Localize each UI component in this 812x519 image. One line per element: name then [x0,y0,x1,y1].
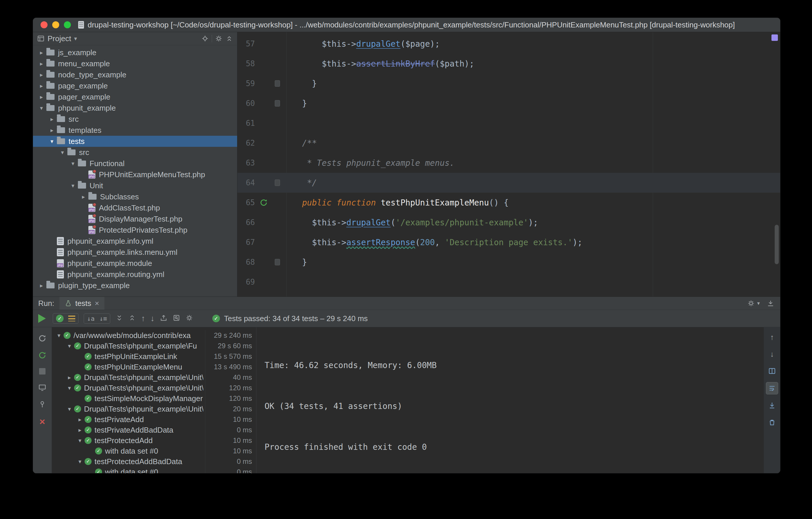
tree-toggle-icon[interactable]: ▸ [75,416,85,423]
project-tree-item[interactable]: PHPUnitExampleMenuTest.php [33,169,237,180]
scroll-up-icon[interactable]: ↑ [766,331,778,343]
tree-toggle-icon[interactable]: ▾ [68,160,78,167]
project-tree-item[interactable]: ▸page_example [33,80,237,91]
show-ignored-toggle[interactable] [68,316,75,321]
tree-toggle-icon[interactable]: ▸ [36,49,47,56]
project-tree-item[interactable]: ▸node_type_example [33,69,237,80]
toggle-console-icon[interactable] [38,383,47,391]
project-tree-item[interactable]: ▾Functional [33,158,237,169]
test-tree-item[interactable]: ▸✓Drupal\Tests\phpunit_example\Unit\A40 … [52,372,256,383]
project-tree-item[interactable]: ▸pager_example [33,91,237,103]
fold-marker-icon[interactable] [275,180,280,186]
tree-toggle-icon[interactable]: ▾ [68,182,78,189]
scroll-down-icon[interactable]: ↓ [766,348,778,360]
locate-file-icon[interactable] [201,35,209,42]
editor-scrollbar[interactable] [775,225,779,264]
tree-toggle-icon[interactable]: ▸ [79,193,88,200]
tree-toggle-icon[interactable]: ▾ [36,105,47,111]
collapse-all-icon[interactable] [226,35,233,42]
test-tree-item[interactable]: ✓testPhpUnitExampleLink15 s 570 ms [52,351,256,362]
stop-icon[interactable] [39,368,46,375]
test-tree-item[interactable]: ▾✓Drupal\Tests\phpunit_example\Fu29 s 60… [52,340,256,351]
previous-failed-test-icon[interactable]: ↑ [141,315,145,323]
hide-panel-icon[interactable] [767,300,774,307]
project-tree-item[interactable]: ▾src [33,147,237,158]
project-tree-item[interactable]: phpunit_example.module [33,258,237,269]
tree-toggle-icon[interactable]: ▾ [65,406,74,412]
project-tree-item[interactable]: ▾Unit [33,180,237,191]
fold-marker-icon[interactable] [275,100,280,107]
project-panel-title[interactable]: Project [48,34,71,43]
console-output[interactable]: Time: 46.62 seconds, Memory: 6.00MBOK (3… [256,327,763,473]
clear-console-icon[interactable] [766,416,778,428]
test-tree-item[interactable]: ▾✓testProtectedAddBadData0 ms [52,456,256,467]
gear-icon[interactable] [747,300,755,307]
close-panel-icon[interactable]: × [39,417,45,426]
project-tree[interactable]: ▸js_example▸menu_example▸node_type_examp… [33,45,237,297]
tree-toggle-icon[interactable]: ▾ [57,149,67,156]
minimize-window-button[interactable] [52,21,59,28]
test-tree-item[interactable]: ▾✓testProtectedAdd10 ms [52,435,256,446]
project-tree-item[interactable]: ▾phpunit_example [33,103,237,113]
test-tree-item[interactable]: ▸✓testPrivateAdd10 ms [52,414,256,425]
project-tree-item[interactable]: DisplayManagerTest.php [33,213,237,224]
export-test-results-icon[interactable] [160,314,167,323]
tree-toggle-icon[interactable]: ▾ [65,384,74,391]
chevron-down-icon[interactable]: ▾ [74,35,77,42]
test-tree-item[interactable]: ▾✓/var/www/web/modules/contrib/exa29 s 2… [52,330,256,340]
gear-icon[interactable] [215,35,223,42]
project-tree-item[interactable]: ▸src [33,113,237,125]
fold-marker-icon[interactable] [275,259,280,265]
project-tree-item[interactable]: ▸templates [33,125,237,136]
project-tree-item[interactable]: phpunit_example.info.yml [33,236,237,247]
run-tab-tests[interactable]: tests × [59,297,105,310]
tree-toggle-icon[interactable]: ▸ [36,71,47,78]
tree-toggle-icon[interactable]: ▾ [75,437,85,444]
rerun-icon[interactable] [38,334,47,343]
tree-toggle-icon[interactable]: ▾ [65,343,74,349]
editor-area[interactable]: 57 $this->drupalGet($page);58 $this->ass… [237,32,780,297]
project-tree-item[interactable]: phpunit_example.routing.yml [33,269,237,280]
test-tree-item[interactable]: ▸✓testPrivateAddBadData0 ms [52,425,256,435]
project-tree-item[interactable]: ▸plugin_type_example [33,280,237,291]
collapse-all-icon[interactable] [128,314,136,323]
project-tree-item[interactable]: ▸js_example [33,47,237,58]
tree-toggle-icon[interactable]: ▸ [65,374,74,381]
tree-toggle-icon[interactable]: ▸ [47,116,57,122]
tree-toggle-icon[interactable]: ▾ [54,332,64,339]
rerun-tests-button[interactable] [38,314,46,323]
project-tree-item[interactable]: ProtectedPrivatesTest.php [33,224,237,236]
project-tree-item[interactable]: AddClassTest.php [33,202,237,213]
project-tree-item[interactable]: ▾tests [33,136,237,147]
import-test-results-icon[interactable] [173,314,180,323]
tree-toggle-icon[interactable]: ▸ [47,127,57,134]
run-test-gutter-icon[interactable] [260,198,268,207]
project-tree-item[interactable]: phpunit_example.links.menu.yml [33,247,237,258]
test-tree[interactable]: ▾✓/var/www/web/modules/contrib/exa29 s 2… [52,327,256,473]
expand-all-icon[interactable] [116,314,123,323]
next-failed-test-icon[interactable]: ↓ [150,315,154,323]
pin-tab-icon[interactable] [38,400,47,408]
test-tree-item[interactable]: ✓with data set #010 ms [52,446,256,456]
tree-toggle-icon[interactable]: ▸ [75,427,85,434]
scroll-to-end-icon[interactable] [766,400,778,411]
test-tree-item[interactable]: ▾✓Drupal\Tests\phpunit_example\Unit\P20 … [52,404,256,414]
sort-alphabetically-icon[interactable]: ↓a [87,315,95,322]
zoom-window-button[interactable] [64,21,71,28]
soft-wrap-icon[interactable] [766,382,778,394]
split-output-icon[interactable] [766,365,778,377]
close-tab-icon[interactable]: × [95,299,99,308]
project-tree-item[interactable]: ▸Subclasses [33,191,237,202]
tree-toggle-icon[interactable]: ▾ [75,458,85,465]
test-tree-item[interactable]: ✓testPhpUnitExampleMenu13 s 490 ms [52,362,256,372]
tree-toggle-icon[interactable]: ▸ [36,60,47,67]
fold-marker-icon[interactable] [275,80,280,87]
project-tree-item[interactable]: ▸menu_example [33,58,237,69]
tree-toggle-icon[interactable]: ▸ [36,93,47,101]
show-passed-toggle[interactable]: ✓ [56,315,64,322]
sort-by-duration-icon[interactable]: ↓≡ [99,315,107,322]
rerun-failed-tests-icon[interactable] [38,351,47,359]
test-settings-gear-icon[interactable] [185,314,193,323]
close-window-button[interactable] [40,21,48,28]
test-tree-item[interactable]: ✓testSimpleMockDisplayManager120 ms [52,393,256,404]
